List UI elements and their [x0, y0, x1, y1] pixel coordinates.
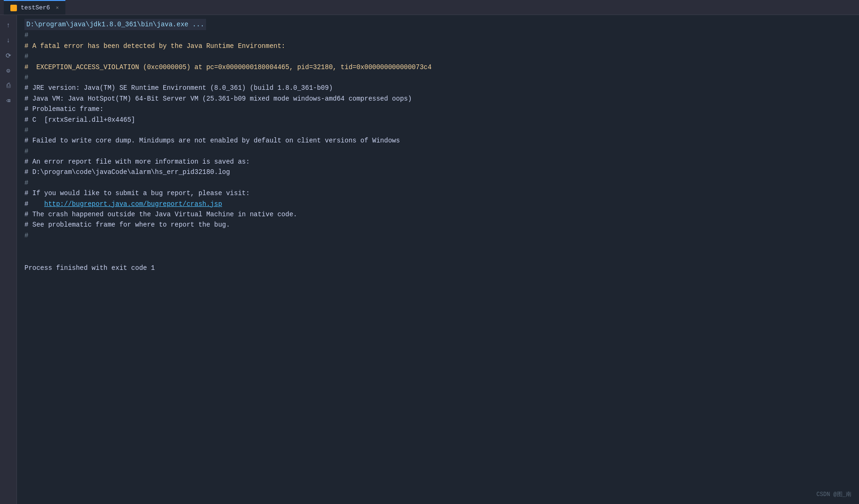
person-icon[interactable]: ⊙	[2, 64, 15, 77]
terminal-line-4: # EXCEPTION_ACCESS_VIOLATION (0xc0000005…	[24, 62, 851, 72]
terminal-line-3: #	[24, 51, 851, 62]
terminal-line-8: # Problematic frame:	[24, 104, 851, 114]
main-container: ↑ ↓ ⟳ ⊙ ⎙ ⌫ D:\program\java\jdk1.8.0_361…	[0, 15, 859, 504]
terminal-line-13: # An error report file with more informa…	[24, 157, 851, 167]
up-arrow-icon[interactable]: ↑	[2, 19, 15, 32]
tab-testser6[interactable]: testSer6 ×	[4, 0, 65, 15]
content-area: D:\program\java\jdk1.8.0_361\bin\java.ex…	[17, 15, 859, 504]
print-icon[interactable]: ⎙	[2, 79, 15, 92]
command-line: D:\program\java\jdk1.8.0_361\bin\java.ex…	[24, 19, 851, 30]
terminal-line-12: #	[24, 146, 851, 157]
terminal-line-1: #	[24, 30, 851, 40]
terminal-line-14: # D:\program\code\javaCode\alarm\hs_err_…	[24, 167, 851, 177]
reload-icon[interactable]: ⟳	[2, 49, 15, 62]
tab-file-icon	[10, 5, 17, 11]
terminal-line-17: # http://bugreport.java.com/bugreport/cr…	[24, 199, 851, 209]
left-sidebar: ↑ ↓ ⟳ ⊙ ⎙ ⌫	[0, 15, 17, 504]
terminal-line-6: # JRE version: Java(TM) SE Runtime Envir…	[24, 83, 851, 93]
trash-icon[interactable]: ⌫	[2, 94, 15, 107]
watermark: CSDN @图_南	[817, 490, 851, 498]
tab-close-button[interactable]: ×	[56, 5, 59, 11]
bug-report-link[interactable]: http://bugreport.java.com/bugreport/cras…	[44, 200, 222, 208]
terminal-line-19: # See problematic frame for where to rep…	[24, 220, 851, 230]
command-text: D:\program\java\jdk1.8.0_361\bin\java.ex…	[24, 19, 206, 30]
terminal-line-16: # If you would like to submit a bug repo…	[24, 188, 851, 198]
terminal-line-9: # C [rxtxSerial.dll+0x4465]	[24, 115, 851, 125]
tab-label: testSer6	[21, 4, 50, 11]
terminal-line-15: #	[24, 178, 851, 188]
title-bar: testSer6 ×	[0, 0, 859, 15]
terminal-line-2: # A fatal error has been detected by the…	[24, 41, 851, 51]
down-arrow-icon[interactable]: ↓	[2, 34, 15, 47]
terminal-line-20: #	[24, 230, 851, 241]
terminal-line-10: #	[24, 125, 851, 135]
terminal-line-11: # Failed to write core dump. Minidumps a…	[24, 135, 851, 146]
terminal-line-5: #	[24, 72, 851, 83]
terminal-line-7: # Java VM: Java HotSpot(TM) 64-Bit Serve…	[24, 94, 851, 104]
terminal-line-18: # The crash happened outside the Java Vi…	[24, 209, 851, 220]
terminal-output: D:\program\java\jdk1.8.0_361\bin\java.ex…	[24, 19, 851, 273]
process-exit-line: Process finished with exit code 1	[24, 263, 851, 273]
